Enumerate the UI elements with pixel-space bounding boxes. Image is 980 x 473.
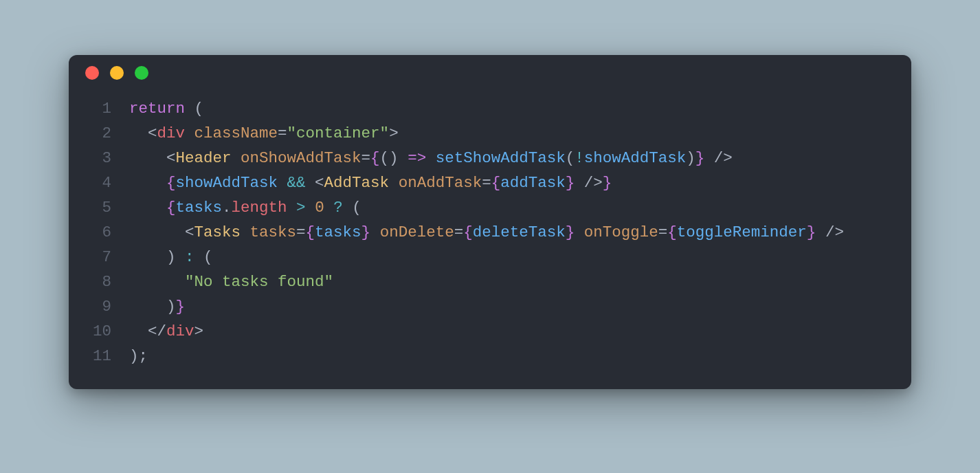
code-token: = xyxy=(454,223,464,241)
code-token xyxy=(575,223,584,241)
code-line[interactable]: 1return ( xyxy=(69,96,895,121)
code-line[interactable]: 2 <div className="container"> xyxy=(69,121,895,146)
window-zoom-icon[interactable] xyxy=(135,66,148,80)
code-token xyxy=(278,174,287,192)
code-token: ? xyxy=(333,199,343,217)
code-token xyxy=(370,223,380,241)
line-number: 4 xyxy=(69,170,129,195)
code-token: > xyxy=(389,124,399,142)
code-token: ) xyxy=(686,149,695,167)
code-token: ( xyxy=(194,248,213,266)
window-close-icon[interactable] xyxy=(85,66,99,80)
code-token: div xyxy=(157,124,186,142)
line-number: 1 xyxy=(69,96,129,121)
code-token: ( xyxy=(185,100,203,118)
code-line[interactable]: 10 </div> xyxy=(69,319,895,344)
code-content[interactable]: return ( xyxy=(129,96,895,121)
code-token: < xyxy=(129,223,194,241)
window-titlebar xyxy=(69,55,911,91)
code-line[interactable]: 6 <Tasks tasks={tasks} onDelete={deleteT… xyxy=(69,220,895,245)
code-token: { xyxy=(370,149,380,167)
code-token: && xyxy=(287,174,306,192)
line-number: 10 xyxy=(69,319,129,344)
code-line[interactable]: 8 "No tasks found" xyxy=(69,270,895,294)
code-content[interactable]: ) : ( xyxy=(129,245,895,270)
code-token: ); xyxy=(129,347,148,365)
code-token: /> xyxy=(704,149,733,167)
code-line[interactable]: 11); xyxy=(69,344,895,368)
code-content[interactable]: {showAddTask && <AddTask onAddTask={addT… xyxy=(129,170,895,195)
code-line[interactable]: 5 {tasks.length > 0 ? ( xyxy=(69,195,895,220)
code-token xyxy=(287,199,297,217)
code-token: ) xyxy=(129,248,185,266)
code-token: </ xyxy=(129,322,166,340)
code-content[interactable]: <div className="container"> xyxy=(129,121,895,146)
code-token: "container" xyxy=(287,124,390,142)
code-token: = xyxy=(658,223,668,241)
code-editor[interactable]: 1return (2 <div className="container">3 … xyxy=(69,91,911,368)
line-number: 6 xyxy=(69,220,129,245)
code-content[interactable]: "No tasks found" xyxy=(129,270,895,294)
code-token: showAddTask xyxy=(176,174,278,192)
code-token: < xyxy=(306,174,324,192)
code-token: /> xyxy=(575,174,603,192)
code-line[interactable]: 9 )} xyxy=(69,294,895,319)
code-token: } xyxy=(695,149,705,167)
code-token xyxy=(324,199,334,217)
code-token: length xyxy=(232,199,287,217)
code-content[interactable]: <Tasks tasks={tasks} onDelete={deleteTas… xyxy=(129,220,895,245)
code-token: { xyxy=(306,223,315,241)
code-token xyxy=(232,149,241,167)
code-token: : xyxy=(185,248,194,266)
code-content[interactable]: ); xyxy=(129,344,895,368)
code-token: } xyxy=(603,174,612,192)
code-token: tasks xyxy=(315,223,361,241)
code-token: className xyxy=(194,124,278,142)
code-token: deleteTask xyxy=(473,223,566,241)
code-content[interactable]: )} xyxy=(129,294,895,319)
code-token: onAddTask xyxy=(399,174,482,192)
code-token: Header xyxy=(176,149,232,167)
code-token xyxy=(306,199,315,217)
code-token: = xyxy=(361,149,371,167)
code-token: onToggle xyxy=(584,223,658,241)
code-content[interactable]: <Header onShowAddTask={() => setShowAddT… xyxy=(129,146,895,170)
code-token: /> xyxy=(816,223,844,241)
code-token: } xyxy=(361,223,371,241)
code-token: 0 xyxy=(315,199,324,217)
code-token: => xyxy=(408,149,426,167)
code-token: Tasks xyxy=(194,223,241,241)
code-token: ( xyxy=(343,199,361,217)
code-token: = xyxy=(278,124,287,142)
code-token: > xyxy=(194,322,204,340)
line-number: 2 xyxy=(69,121,129,146)
code-token xyxy=(129,174,166,192)
code-token: tasks xyxy=(176,199,223,217)
line-number: 11 xyxy=(69,344,129,368)
code-token: { xyxy=(463,223,473,241)
code-token xyxy=(129,273,185,291)
code-token: { xyxy=(491,174,501,192)
window-minimize-icon[interactable] xyxy=(110,66,124,80)
code-token: { xyxy=(166,174,176,192)
code-token: addTask xyxy=(500,174,566,192)
line-number: 7 xyxy=(69,245,129,270)
code-content[interactable]: </div> xyxy=(129,319,895,344)
code-token: < xyxy=(129,149,176,167)
code-token: showAddTask xyxy=(584,149,687,167)
code-token: onDelete xyxy=(380,223,454,241)
code-content[interactable]: {tasks.length > 0 ? ( xyxy=(129,195,895,220)
code-line[interactable]: 4 {showAddTask && <AddTask onAddTask={ad… xyxy=(69,170,895,195)
code-token: ( xyxy=(566,149,575,167)
code-token: } xyxy=(176,298,186,316)
code-token: } xyxy=(566,223,575,241)
code-token: { xyxy=(667,223,677,241)
code-window: 1return (2 <div className="container">3 … xyxy=(69,55,911,389)
code-token: = xyxy=(296,223,306,241)
code-token: = xyxy=(482,174,491,192)
code-line[interactable]: 3 <Header onShowAddTask={() => setShowAd… xyxy=(69,146,895,170)
code-token: "No tasks found" xyxy=(185,273,333,291)
code-token xyxy=(185,124,194,142)
code-token: < xyxy=(129,124,157,142)
code-line[interactable]: 7 ) : ( xyxy=(69,245,895,270)
